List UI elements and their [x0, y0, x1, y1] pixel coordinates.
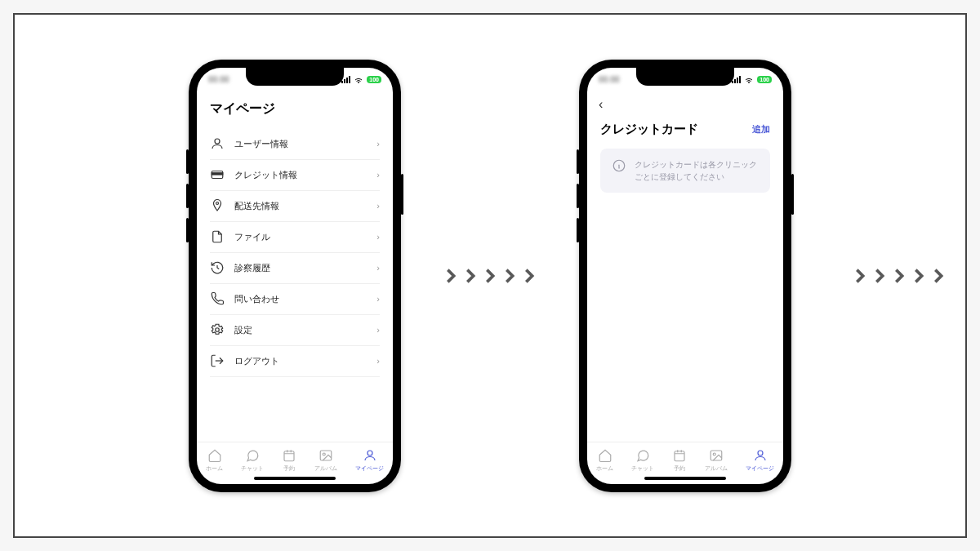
menu-item-label: クレジット情報	[234, 169, 367, 181]
image-icon	[709, 448, 724, 463]
file-icon	[210, 229, 225, 244]
menu-item-label: ファイル	[234, 231, 367, 243]
tab-label: チャット	[241, 464, 264, 473]
svg-point-0	[359, 82, 359, 82]
menu-item-label: ユーザー情報	[234, 138, 367, 150]
mypage-menu: ユーザー情報 › クレジット情報 › 配送先情報 ›	[210, 129, 380, 377]
menu-item-files[interactable]: ファイル ›	[210, 222, 380, 253]
svg-rect-7	[320, 451, 332, 460]
user-icon	[753, 448, 768, 463]
calendar-icon	[282, 448, 296, 463]
gear-icon	[210, 322, 225, 337]
chevron-right-icon: ›	[376, 356, 380, 366]
tab-label: 予約	[674, 464, 685, 473]
tab-label: ホーム	[206, 464, 223, 473]
notch	[246, 68, 344, 86]
chevron-right-icon: ›	[376, 170, 380, 180]
chevron-right-icon: ›	[376, 201, 380, 211]
svg-point-1	[215, 139, 220, 144]
menu-item-label: 問い合わせ	[234, 293, 367, 305]
menu-item-label: ログアウト	[234, 355, 367, 367]
page-title: クレジットカード	[600, 122, 698, 137]
svg-point-4	[216, 202, 219, 205]
menu-item-contact[interactable]: 問い合わせ ›	[210, 284, 380, 315]
user-icon	[363, 448, 377, 463]
home-indicator	[254, 477, 336, 480]
phone-icon	[210, 291, 225, 306]
menu-item-label: 診察履歴	[234, 262, 367, 274]
chat-icon	[245, 448, 260, 463]
calendar-icon	[672, 448, 687, 463]
svg-point-5	[216, 328, 220, 332]
chat-icon	[635, 448, 650, 463]
svg-point-9	[368, 451, 372, 455]
svg-point-8	[323, 453, 325, 455]
menu-item-logout[interactable]: ログアウト ›	[210, 346, 380, 377]
chevron-right-icon: ›	[376, 294, 380, 304]
image-icon	[318, 448, 333, 463]
wifi-icon	[354, 75, 363, 85]
menu-item-shipping-info[interactable]: 配送先情報 ›	[210, 191, 380, 222]
tab-reserve[interactable]: 予約	[672, 448, 687, 473]
menu-item-label: 配送先情報	[234, 200, 367, 212]
tab-label: アルバム	[705, 464, 728, 473]
tab-album[interactable]: アルバム	[314, 448, 337, 473]
diagram-canvas: 00:00 100 マイページ ユーザー情報 ›	[13, 13, 967, 538]
home-indicator	[644, 477, 726, 480]
credit-card-icon	[210, 167, 225, 182]
battery-badge: 100	[367, 76, 381, 83]
svg-rect-13	[710, 451, 722, 460]
phone-frame-2: 00:00 100 ‹ クレジットカード 追加 クレジットカードは各クリニックご…	[579, 60, 791, 492]
svg-point-10	[749, 82, 750, 82]
info-icon	[612, 158, 626, 173]
svg-point-15	[758, 451, 763, 455]
svg-rect-12	[675, 451, 684, 461]
page-title: マイページ	[210, 100, 380, 118]
info-card: クレジットカードは各クリニックごとに登録してください	[600, 149, 770, 193]
tab-mypage[interactable]: マイページ	[355, 448, 384, 473]
logout-icon	[210, 353, 225, 368]
tab-label: マイページ	[746, 464, 774, 473]
carrier-blurred: 00:00	[599, 75, 620, 84]
carrier-blurred: 00:00	[208, 75, 229, 84]
menu-item-user-info[interactable]: ユーザー情報 ›	[210, 129, 380, 160]
menu-item-history[interactable]: 診察履歴 ›	[210, 253, 380, 284]
svg-rect-6	[284, 451, 294, 461]
tab-label: アルバム	[314, 464, 337, 473]
notch	[636, 68, 734, 86]
home-icon	[207, 448, 222, 463]
tab-label: マイページ	[355, 464, 384, 473]
svg-point-14	[713, 453, 715, 455]
chevron-right-icon: ›	[376, 263, 380, 273]
tab-mypage[interactable]: マイページ	[746, 448, 774, 473]
menu-item-settings[interactable]: 設定 ›	[210, 315, 380, 346]
history-icon	[210, 260, 225, 275]
battery-badge: 100	[757, 76, 772, 83]
info-message: クレジットカードは各クリニックごとに登録してください	[635, 158, 759, 183]
menu-item-credit-info[interactable]: クレジット情報 ›	[210, 160, 380, 191]
menu-item-label: 設定	[234, 324, 367, 336]
tab-label: 予約	[283, 464, 295, 473]
svg-rect-3	[212, 173, 223, 175]
chevron-right-icon: ›	[376, 232, 380, 242]
wifi-icon	[744, 75, 754, 85]
tab-reserve[interactable]: 予約	[282, 448, 296, 473]
tab-chat[interactable]: チャット	[241, 448, 264, 473]
user-icon	[210, 136, 225, 151]
tab-chat[interactable]: チャット	[631, 448, 654, 473]
flow-arrows-2	[851, 264, 947, 287]
tab-home[interactable]: ホーム	[206, 448, 223, 473]
back-button[interactable]: ‹	[599, 97, 603, 112]
tab-label: ホーム	[596, 464, 613, 473]
location-icon	[210, 198, 225, 213]
flow-arrows-1	[442, 264, 538, 287]
chevron-right-icon: ›	[376, 325, 380, 335]
tab-album[interactable]: アルバム	[705, 448, 728, 473]
phone-frame-1: 00:00 100 マイページ ユーザー情報 ›	[189, 60, 401, 492]
home-icon	[598, 448, 612, 463]
add-button[interactable]: 追加	[752, 123, 770, 136]
tab-label: チャット	[631, 464, 654, 473]
tab-home[interactable]: ホーム	[596, 448, 613, 473]
chevron-right-icon: ›	[376, 139, 380, 149]
